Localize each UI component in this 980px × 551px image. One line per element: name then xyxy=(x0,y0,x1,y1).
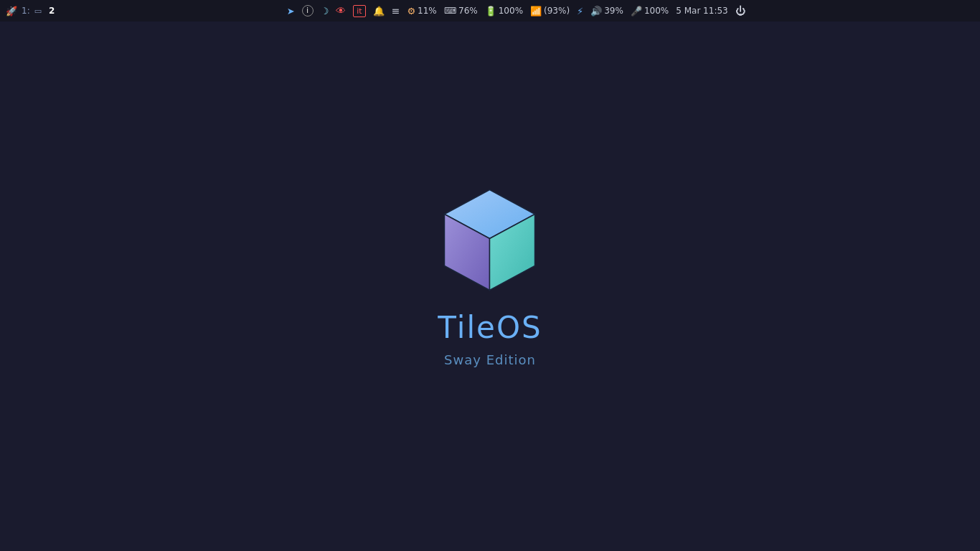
launcher-icon[interactable]: 🚀 xyxy=(6,6,17,16)
bell-icon[interactable]: 🔔 xyxy=(373,6,385,16)
workspace-1-label[interactable]: 1: xyxy=(22,6,30,16)
workspace-2[interactable]: 2 xyxy=(46,6,57,16)
info-icon[interactable]: i xyxy=(302,5,314,17)
os-name: TileOS xyxy=(438,310,542,345)
cpu-icon: ⚙ xyxy=(407,6,415,17)
wifi-status: 📶 (93%) xyxy=(530,6,570,17)
wifi-icon: 📶 xyxy=(530,6,542,17)
terminal-label[interactable]: it xyxy=(353,5,365,17)
keyboard-status: ⌨ 76% xyxy=(444,6,478,16)
mic-icon: 🎤 xyxy=(631,6,642,17)
keyboard-icon: ⌨ xyxy=(444,6,456,16)
bluetooth-icon[interactable]: ⚡ xyxy=(577,6,583,16)
battery-status: 🔋 100% xyxy=(485,6,523,17)
center-logo: TileOS Sway Edition xyxy=(435,184,546,367)
bar-center: ➤ i ☽ 👁 it 🔔 ≡ ⚙ 11% ⌨ 76% 🔋 100% 📶 (93%… xyxy=(57,5,974,17)
moon-icon[interactable]: ☽ xyxy=(321,6,329,16)
telegram-icon[interactable]: ➤ xyxy=(287,6,295,16)
power-icon[interactable]: ⏻ xyxy=(735,6,745,16)
cpu-status: ⚙ 11% xyxy=(407,6,436,17)
cube-logo xyxy=(435,184,546,299)
eye-icon[interactable]: 👁 xyxy=(336,6,346,16)
speaker-icon: 🔊 xyxy=(590,6,602,17)
os-edition: Sway Edition xyxy=(444,352,536,367)
mic-status: 🎤 100% xyxy=(631,6,669,17)
volume-status: 🔊 39% xyxy=(590,6,623,17)
window-icon: ▭ xyxy=(34,7,42,15)
list-icon[interactable]: ≡ xyxy=(392,6,400,16)
datetime-display: 5 Mar 11:53 xyxy=(676,6,728,16)
bar-left: 🚀 1: ▭ 2 xyxy=(6,6,57,16)
topbar: 🚀 1: ▭ 2 ➤ i ☽ 👁 it 🔔 ≡ ⚙ 11% ⌨ 76% 🔋 10… xyxy=(0,0,980,22)
battery-icon: 🔋 xyxy=(485,6,496,17)
